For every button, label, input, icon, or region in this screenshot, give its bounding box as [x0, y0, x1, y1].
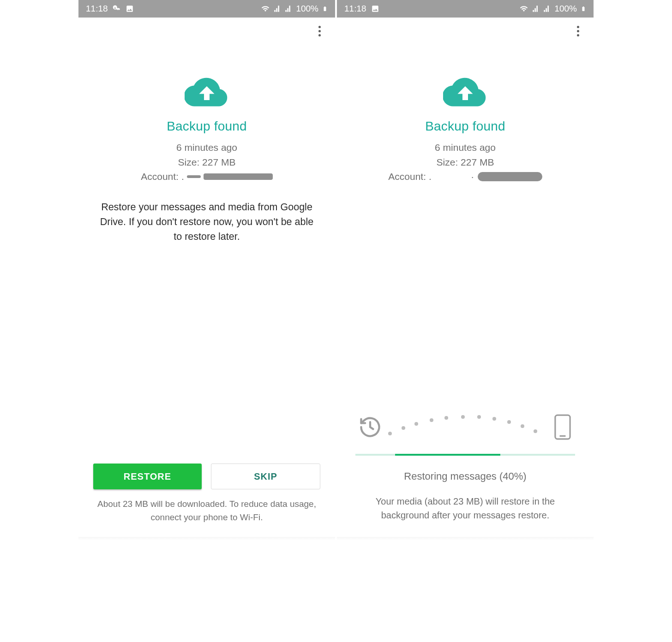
- overflow-menu-icon[interactable]: [314, 25, 325, 36]
- transfer-dots: [385, 409, 550, 446]
- account-value-redacted: . ·: [429, 169, 542, 184]
- signal-icon: [285, 5, 292, 12]
- backup-time: 6 minutes ago: [141, 140, 273, 155]
- backup-size: Size: 227 MB: [141, 155, 273, 170]
- signal-icon: [274, 5, 281, 12]
- battery-percent: 100%: [554, 4, 577, 14]
- progress-fill: [395, 454, 500, 456]
- wifi-icon: [261, 5, 270, 13]
- cloud-upload-icon: [443, 76, 487, 108]
- transfer-graphic: [354, 409, 577, 454]
- restore-button[interactable]: RESTORE: [93, 464, 202, 489]
- history-clock-icon: [358, 415, 382, 439]
- backup-meta: 6 minutes ago Size: 227 MB Account: .: [141, 140, 273, 184]
- image-icon: [371, 5, 379, 13]
- cloud-upload-icon: [185, 76, 229, 108]
- backup-meta: 6 minutes ago Size: 227 MB Account: . ·: [388, 140, 542, 184]
- signal-icon: [543, 5, 551, 12]
- media-restore-note: Your media (about 23 MB) will restore in…: [354, 494, 577, 531]
- page-title: Backup found: [425, 119, 505, 134]
- battery-icon: [322, 5, 328, 13]
- phone-screen-progress: 11:18 100% Backup found 6 minutes ago: [337, 0, 594, 540]
- backup-time: 6 minutes ago: [388, 140, 542, 155]
- overflow-menu-icon[interactable]: [572, 25, 583, 36]
- status-time: 11:18: [344, 4, 366, 14]
- battery-icon: [581, 5, 586, 13]
- restore-description: Restore your messages and media from Goo…: [98, 200, 316, 244]
- account-label: Account:: [388, 169, 426, 184]
- backup-size: Size: 227 MB: [388, 155, 542, 170]
- wifi-icon: [519, 5, 528, 13]
- page-title: Backup found: [167, 119, 247, 134]
- status-bar: 11:18 100%: [337, 0, 594, 18]
- image-icon: [126, 5, 134, 13]
- battery-percent: 100%: [296, 4, 318, 14]
- progress-label: Restoring messages (40%): [354, 470, 577, 482]
- download-note: About 23 MB will be downloaded. To reduc…: [93, 498, 320, 528]
- key-icon: [113, 5, 121, 13]
- status-bar: 11:18 100%: [78, 0, 335, 18]
- phone-screen-before: 11:18 100% Backup found 6 minutes a: [78, 0, 335, 540]
- signal-icon: [532, 5, 540, 12]
- skip-button[interactable]: SKIP: [211, 464, 320, 489]
- account-label: Account:: [141, 169, 179, 184]
- status-time: 11:18: [86, 4, 108, 14]
- action-bar: [337, 18, 594, 44]
- action-bar: [78, 18, 335, 44]
- account-value-redacted: .: [181, 169, 273, 184]
- progress-bar: [355, 454, 575, 456]
- phone-device-icon: [553, 414, 572, 440]
